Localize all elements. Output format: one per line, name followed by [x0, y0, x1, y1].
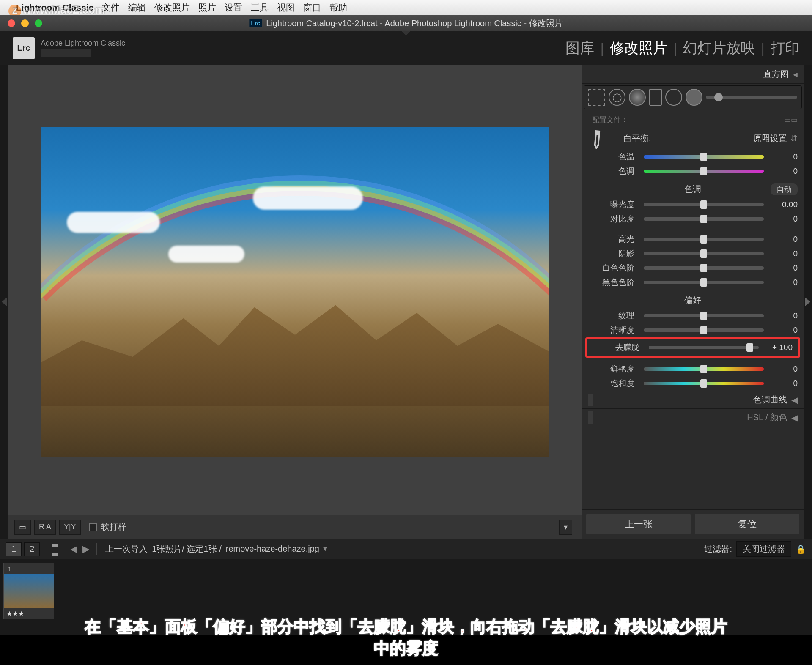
wb-label: 白平衡:	[623, 133, 651, 144]
contrast-slider[interactable]	[644, 217, 764, 221]
filmstrip[interactable]: 1 ★★★	[0, 559, 812, 635]
module-develop[interactable]: 修改照片	[610, 38, 667, 58]
tint-slider[interactable]	[644, 170, 764, 173]
window-zoom-button[interactable]	[35, 19, 42, 27]
clarity-value[interactable]: 0	[768, 326, 798, 335]
tone-curve-panel-header[interactable]: 色调曲线◀	[582, 391, 804, 408]
texture-slider[interactable]	[644, 314, 764, 317]
module-picker: 图库| 修改照片| 幻灯片放映| 打印	[565, 38, 799, 58]
dehaze-slider[interactable]	[649, 346, 759, 349]
temp-slider[interactable]	[644, 155, 764, 159]
blacks-value[interactable]: 0	[768, 278, 798, 287]
thumb-stars[interactable]: ★★★	[4, 608, 54, 619]
photo-preview	[41, 127, 549, 457]
menu-settings[interactable]: 设置	[225, 2, 242, 14]
highlights-label: 高光	[588, 234, 634, 245]
whites-value[interactable]: 0	[768, 263, 798, 273]
reset-button[interactable]: 复位	[695, 514, 799, 534]
saturation-value[interactable]: 0	[768, 379, 798, 388]
temp-value[interactable]: 0	[768, 152, 798, 161]
menubar-app-name[interactable]: Lightroom Classic	[16, 3, 93, 13]
breadcrumb-menu-icon[interactable]: ▼	[322, 545, 329, 553]
monitor-2-button[interactable]: 2	[24, 542, 40, 556]
filter-label: 过滤器:	[704, 543, 732, 555]
blacks-slider[interactable]	[644, 281, 764, 284]
breadcrumb-source[interactable]: 上一次导入	[105, 543, 148, 555]
mac-menubar: Lightroom Classic 文件 编辑 修改照片 照片 设置 工具 视图…	[0, 0, 812, 15]
nav-fwd-icon[interactable]: ▶	[82, 544, 90, 555]
menu-file[interactable]: 文件	[102, 2, 120, 14]
radial-filter-icon[interactable]	[665, 89, 682, 106]
crop-tool-icon[interactable]	[588, 89, 605, 106]
dehaze-highlight: 去朦胧+ 100	[585, 337, 800, 358]
module-slideshow[interactable]: 幻灯片放映	[683, 38, 755, 58]
right-panel-flipper[interactable]	[804, 65, 812, 539]
window-minimize-button[interactable]	[21, 19, 29, 27]
exposure-value[interactable]: 0.00	[768, 200, 798, 209]
contrast-value[interactable]: 0	[768, 214, 798, 224]
auto-tone-button[interactable]: 自动	[771, 183, 798, 195]
before-after-ra-button[interactable]: R A	[34, 520, 56, 535]
menu-photo[interactable]: 照片	[198, 2, 216, 14]
whites-label: 白色色阶	[588, 263, 634, 274]
whites-slider[interactable]	[644, 266, 764, 270]
menu-tools[interactable]: 工具	[251, 2, 269, 14]
highlights-value[interactable]: 0	[768, 235, 798, 244]
loupe-view-button[interactable]: ▭	[14, 520, 31, 535]
redeye-tool-icon[interactable]	[629, 89, 646, 106]
thumb-index: 1	[8, 566, 11, 572]
menu-window[interactable]: 窗口	[303, 2, 321, 14]
texture-value[interactable]: 0	[768, 311, 798, 320]
filter-lock-icon[interactable]: 🔒	[796, 544, 806, 554]
module-library[interactable]: 图库	[565, 38, 594, 58]
top-panel-flipper[interactable]	[402, 31, 410, 36]
dehaze-label: 去朦胧	[593, 342, 639, 353]
menu-help[interactable]: 帮助	[329, 2, 347, 14]
clarity-slider[interactable]	[644, 328, 764, 332]
histogram-header[interactable]: 直方图◀	[582, 65, 804, 84]
presence-section-title: 偏好	[582, 295, 804, 306]
develop-right-panel: 直方图◀ ◯ 配置文件： ▭▭ 白平衡: 原照设置⇵ 色温0 色调0	[582, 65, 804, 539]
tint-label: 色调	[588, 166, 634, 177]
wb-eyedropper-icon[interactable]	[584, 125, 610, 151]
exposure-label: 曝光度	[588, 199, 634, 210]
hsl-panel-header[interactable]: HSL / 颜色◀	[582, 408, 804, 426]
wb-preset-select[interactable]: 原照设置⇵	[753, 133, 798, 144]
breadcrumb-filename[interactable]: remove-haze-dehaze.jpg	[226, 544, 319, 554]
toolbar-overflow-button[interactable]: ▾	[559, 520, 572, 535]
monitor-1-button[interactable]: 1	[6, 542, 22, 556]
menu-edit[interactable]: 编辑	[128, 2, 146, 14]
grid-view-icon[interactable]	[51, 539, 59, 559]
brush-tool-icon[interactable]	[686, 89, 702, 106]
identity-label: Adobe Lightroom Classic	[41, 39, 125, 48]
menu-develop[interactable]: 修改照片	[154, 2, 190, 14]
filter-select[interactable]: 关闭过滤器	[736, 541, 791, 557]
grad-filter-icon[interactable]	[649, 89, 662, 106]
dehaze-value[interactable]: + 100	[763, 343, 793, 352]
saturation-slider[interactable]	[644, 382, 764, 385]
window-close-button[interactable]	[8, 19, 15, 27]
develop-canvas[interactable]	[8, 65, 582, 515]
shadows-value[interactable]: 0	[768, 249, 798, 258]
nav-back-icon[interactable]: ◀	[70, 544, 77, 555]
svg-marker-0	[2, 298, 7, 306]
before-after-yy-button[interactable]: Y|Y	[59, 520, 81, 535]
vibrance-slider[interactable]	[644, 367, 764, 371]
highlights-slider[interactable]	[644, 238, 764, 241]
module-print[interactable]: 打印	[771, 38, 799, 58]
exposure-slider[interactable]	[644, 203, 764, 206]
tint-value[interactable]: 0	[768, 167, 798, 176]
left-panel-flipper[interactable]	[0, 65, 8, 539]
softproof-label: 软打样	[101, 521, 126, 533]
thumbnail[interactable]: 1 ★★★	[3, 563, 54, 619]
toolstrip-slider[interactable]	[706, 96, 797, 99]
softproof-checkbox[interactable]	[89, 523, 97, 531]
identity-row: Lrc Adobe Lightroom Classic 图库| 修改照片| 幻灯…	[0, 31, 812, 65]
develop-toolstrip: ◯	[584, 85, 802, 109]
menu-view[interactable]: 视图	[277, 2, 295, 14]
spot-tool-icon[interactable]: ◯	[609, 89, 625, 106]
vibrance-value[interactable]: 0	[768, 364, 798, 374]
previous-photo-button[interactable]: 上一张	[586, 514, 691, 534]
shadows-slider[interactable]	[644, 252, 764, 255]
saturation-label: 饱和度	[588, 378, 634, 389]
